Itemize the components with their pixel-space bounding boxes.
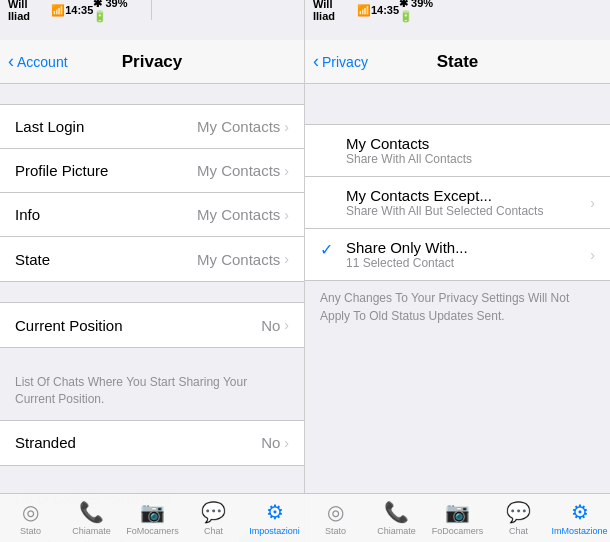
my-contacts-except-title: My Contacts Except... [346,187,584,204]
my-contacts-except-text: My Contacts Except... Share With All But… [346,187,584,218]
current-position-row[interactable]: Current Position No › [0,303,304,347]
left-back-button[interactable]: ‹ Account [8,51,68,72]
left-carrier: Will Iliad [8,0,51,22]
right-status-bar: Will Iliad 📶 14:35 ✱ 39% 🔋 [305,0,458,20]
fotocamere-label-right: FoDocamers [432,526,484,536]
right-wifi-icon: 📶 [357,4,371,17]
right-carrier: Will Iliad [313,0,357,22]
share-only-title: Share Only With... [346,239,584,256]
state-label: State [15,251,50,268]
tab-fotocamere-left[interactable]: 📷 FoMocamers [122,494,183,542]
last-login-value: My Contacts › [197,118,289,135]
left-status-bar: Will Iliad 📶 14:35 ✱ 39% 🔋 [0,0,152,20]
left-wifi-icon: 📶 [51,4,65,17]
left-back-chevron-icon: ‹ [8,51,14,72]
profile-picture-chevron-icon: › [284,163,289,179]
last-login-label: Last Login [15,118,84,135]
my-contacts-except-option[interactable]: My Contacts Except... Share With All But… [305,177,610,229]
stranded-section: Stranded No › [0,420,304,466]
left-nav-bar: ‹ Account Privacy [0,40,304,84]
chiamate-label-right: Chiamate [377,526,416,536]
share-only-subtitle: 11 Selected Contact [346,256,584,270]
tab-stato-right[interactable]: ◎ Stato [305,494,366,542]
chat-label-right: Chat [509,526,528,536]
impostazioni-icon-left: ⚙ [266,500,284,524]
tab-fotocamere-right[interactable]: 📷 FoDocamers [427,494,488,542]
stato-icon-left: ◎ [22,500,39,524]
stranded-chevron-icon: › [284,435,289,451]
my-contacts-text: My Contacts Share With All Contacts [346,135,595,166]
share-only-chevron-icon: › [590,247,595,263]
tab-chiamate-left[interactable]: 📞 Chiamate [61,494,122,542]
stato-icon-right: ◎ [327,500,344,524]
tab-impostazioni-right[interactable]: ⚙ ImMostazione [549,494,610,542]
my-contacts-title: My Contacts [346,135,595,152]
chiamate-label-left: Chiamate [72,526,111,536]
tab-chat-left[interactable]: 💬 Chat [183,494,244,542]
right-back-chevron-icon: ‹ [313,51,319,72]
warning-text: Any Changes To Your Privacy Settings Wil… [305,281,610,333]
profile-picture-value: My Contacts › [197,162,289,179]
stranded-label: Stranded [15,434,76,451]
impostazioni-label-right: ImMostazione [551,526,607,536]
tab-chat-right[interactable]: 💬 Chat [488,494,549,542]
chat-icon-left: 💬 [201,500,226,524]
right-nav-bar: ‹ Privacy State [305,40,610,84]
chiamate-icon-right: 📞 [384,500,409,524]
chat-icon-right: 💬 [506,500,531,524]
state-row[interactable]: State My Contacts › [0,237,304,281]
current-position-section: Current Position No › [0,302,304,348]
right-nav-title: State [437,52,479,72]
left-nav-title: Privacy [122,52,183,72]
state-value: My Contacts › [197,251,289,268]
my-contacts-option[interactable]: My Contacts Share With All Contacts [305,125,610,177]
state-options-section: My Contacts Share With All Contacts My C… [305,124,610,281]
tab-impostazioni-left[interactable]: ⚙ Impostazioni [244,494,305,542]
current-position-label: Current Position [15,317,123,334]
left-time: 14:35 [65,4,93,16]
fotocamere-icon-left: 📷 [140,500,165,524]
left-tab-bar: ◎ Stato 📞 Chiamate 📷 FoMocamers 💬 Chat ⚙… [0,493,305,542]
chat-label-left: Chat [204,526,223,536]
profile-picture-row[interactable]: Profile Picture My Contacts › [0,149,304,193]
stranded-value: No › [261,434,289,451]
right-back-label: Privacy [322,54,368,70]
tab-stato-left[interactable]: ◎ Stato [0,494,61,542]
info-label: Info [15,206,40,223]
current-position-subtext: List Of Chats Where You Start Sharing Yo… [0,368,304,420]
current-position-value: No › [261,317,289,334]
right-content: My Contacts Share With All Contacts My C… [305,84,610,542]
share-only-with-option[interactable]: ✓ Share Only With... 11 Selected Contact… [305,229,610,280]
fotocamere-label-left: FoMocamers [126,526,179,536]
right-tab-bar: ◎ Stato 📞 Chiamate 📷 FoDocamers 💬 Chat ⚙… [305,493,610,542]
last-login-chevron-icon: › [284,119,289,135]
my-contacts-except-subtitle: Share With All But Selected Contacts [346,204,584,218]
my-contacts-except-chevron-icon: › [590,195,595,211]
impostazioni-icon-right: ⚙ [571,500,589,524]
right-back-button[interactable]: ‹ Privacy [313,51,368,72]
right-time: 14:35 [371,4,399,16]
info-chevron-icon: › [284,207,289,223]
left-content: Last Login My Contacts › Profile Picture… [0,84,304,542]
stato-label-left: Stato [20,526,41,536]
my-contacts-subtitle: Share With All Contacts [346,152,595,166]
right-panel: Will Iliad 📶 14:35 ✱ 39% 🔋 ‹ Privacy Sta… [305,0,610,542]
privacy-settings-section: Last Login My Contacts › Profile Picture… [0,104,304,282]
state-chevron-icon: › [284,251,289,267]
impostazioni-label-left: Impostazioni [249,526,300,536]
current-position-chevron-icon: › [284,317,289,333]
left-panel: Will Iliad 📶 14:35 ✱ 39% 🔋 ‹ Account Pri… [0,0,305,542]
profile-picture-label: Profile Picture [15,162,108,179]
right-battery: ✱ 39% 🔋 [399,0,449,23]
fotocamere-icon-right: 📷 [445,500,470,524]
chiamate-icon-left: 📞 [79,500,104,524]
left-battery-icons: ✱ 39% 🔋 [93,0,143,23]
stranded-row[interactable]: Stranded No › [0,421,304,465]
stato-label-right: Stato [325,526,346,536]
share-only-text: Share Only With... 11 Selected Contact [346,239,584,270]
info-row[interactable]: Info My Contacts › [0,193,304,237]
share-only-check-icon: ✓ [320,240,340,259]
last-login-row[interactable]: Last Login My Contacts › [0,105,304,149]
tab-chiamate-right[interactable]: 📞 Chiamate [366,494,427,542]
info-value: My Contacts › [197,206,289,223]
